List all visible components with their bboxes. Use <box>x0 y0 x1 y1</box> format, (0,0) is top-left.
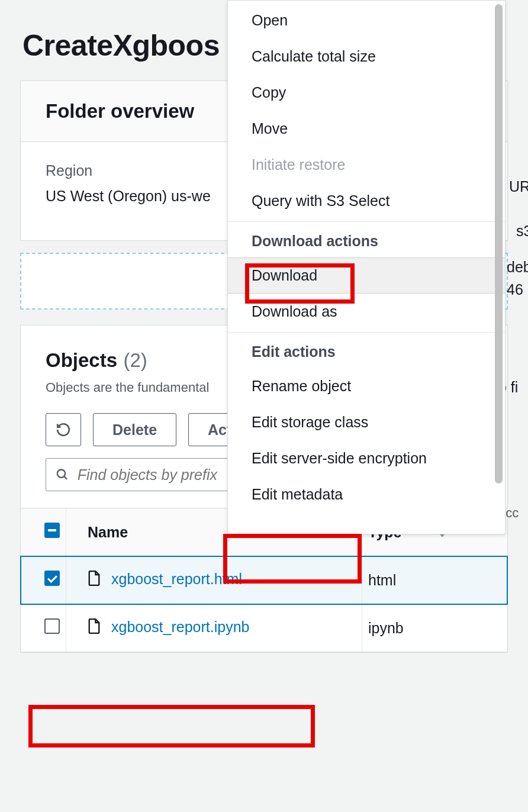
row-checkbox[interactable] <box>44 571 60 586</box>
refresh-button[interactable] <box>46 413 81 446</box>
svg-line-1 <box>64 476 67 479</box>
menu-item-edit-storage-class[interactable]: Edit storage class <box>228 404 505 440</box>
actions-dropdown: OpenCalculate total sizeCopyMoveInitiate… <box>227 0 506 534</box>
row-checkbox[interactable] <box>44 618 60 634</box>
menu-item-download-as[interactable]: Download as <box>228 294 505 330</box>
search-icon <box>56 468 69 482</box>
menu-section: Download actions <box>228 221 505 257</box>
file-link[interactable]: xgboost_report.html <box>111 571 242 587</box>
menu-item-initiate-restore: Initiate restore <box>228 147 505 183</box>
cropped-text: UR s3 deb 46 <box>507 175 528 301</box>
menu-item-calculate-total-size[interactable]: Calculate total size <box>228 38 505 75</box>
menu-item-edit-metadata[interactable]: Edit metadata <box>228 476 505 513</box>
menu-item-copy[interactable]: Copy <box>228 75 505 111</box>
menu-section: Edit actions <box>228 332 505 368</box>
menu-item-edit-server-side-encryption[interactable]: Edit server-side encryption <box>228 440 505 476</box>
delete-button[interactable]: Delete <box>93 413 176 446</box>
table-row[interactable]: xgboost_report.ipynbipynb <box>21 604 507 652</box>
scrollbar[interactable] <box>495 4 503 484</box>
menu-item-rename-object[interactable]: Rename object <box>228 368 505 404</box>
select-all-header[interactable] <box>21 508 66 556</box>
file-icon <box>88 618 101 637</box>
checkbox-indeterminate-icon[interactable] <box>44 523 60 538</box>
menu-item-move[interactable]: Move <box>228 111 505 147</box>
svg-point-0 <box>57 469 65 477</box>
file-icon <box>88 571 101 589</box>
file-type: ipynb <box>362 604 508 652</box>
file-link[interactable]: xgboost_report.ipynb <box>111 618 249 635</box>
file-type: html <box>362 556 508 604</box>
menu-item-open[interactable]: Open <box>228 2 505 38</box>
menu-item-query-with-s3-select[interactable]: Query with S3 Select <box>228 183 505 219</box>
name-header-label: Name <box>88 524 128 540</box>
highlight-selected-row <box>28 705 315 747</box>
objects-heading: Objects <box>46 349 117 371</box>
objects-count: (2) <box>124 349 147 371</box>
refresh-icon <box>56 422 71 437</box>
table-row[interactable]: xgboost_report.htmlhtml <box>21 556 507 604</box>
menu-item-download[interactable]: Download <box>228 257 505 294</box>
